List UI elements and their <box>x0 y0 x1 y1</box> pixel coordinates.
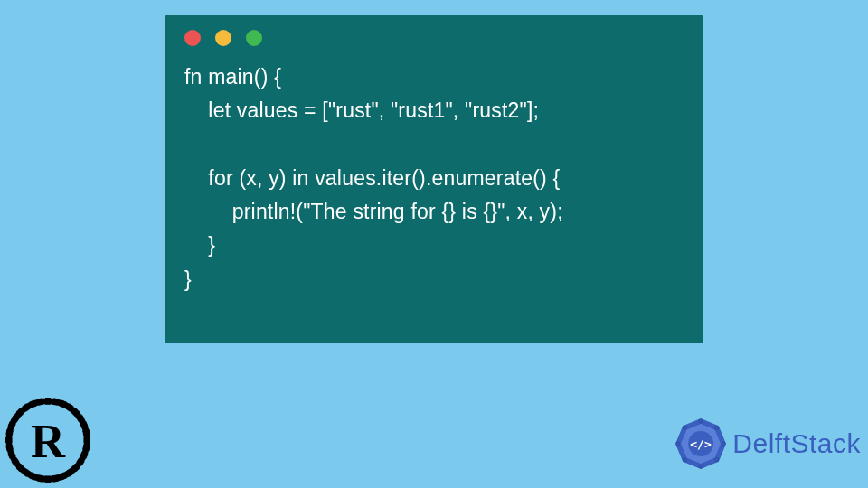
svg-text:R: R <box>31 415 66 467</box>
minimize-icon[interactable] <box>215 30 231 46</box>
maximize-icon[interactable] <box>246 30 262 46</box>
code-line: } <box>184 267 192 291</box>
svg-point-6 <box>13 437 18 443</box>
close-icon[interactable] <box>184 30 201 46</box>
svg-point-10 <box>23 415 28 420</box>
delftstack-label: DelftStack <box>732 428 861 459</box>
svg-point-3 <box>45 405 51 410</box>
code-line: println!("The string for {} is {}", x, y… <box>184 200 563 223</box>
svg-point-5 <box>45 470 51 475</box>
svg-point-22 <box>684 426 687 429</box>
svg-point-19 <box>699 465 703 468</box>
code-line: let values = ["rust", "rust1", "rust2"]; <box>184 99 539 122</box>
rust-logo-icon: R <box>5 398 90 483</box>
svg-point-9 <box>23 461 28 466</box>
delftstack-logo: </> DelftStack <box>673 416 861 472</box>
code-line: } <box>184 233 215 257</box>
svg-point-4 <box>78 437 83 443</box>
svg-point-16 <box>715 426 719 429</box>
code-content: fn main() { let values = ["rust", "rust1… <box>165 61 703 314</box>
code-window: fn main() { let values = ["rust", "rust1… <box>165 15 703 343</box>
svg-point-7 <box>69 415 74 420</box>
svg-point-20 <box>684 458 687 462</box>
svg-point-17 <box>722 442 725 446</box>
svg-point-15 <box>699 419 703 423</box>
svg-point-8 <box>69 461 74 466</box>
delftstack-badge-icon: </> <box>673 416 729 472</box>
window-titlebar <box>165 15 703 61</box>
svg-point-18 <box>715 458 719 462</box>
svg-text:</>: </> <box>691 437 712 451</box>
code-line: for (x, y) in values.iter().enumerate() … <box>184 166 560 190</box>
svg-point-21 <box>676 442 680 446</box>
code-line: fn main() { <box>184 65 281 89</box>
